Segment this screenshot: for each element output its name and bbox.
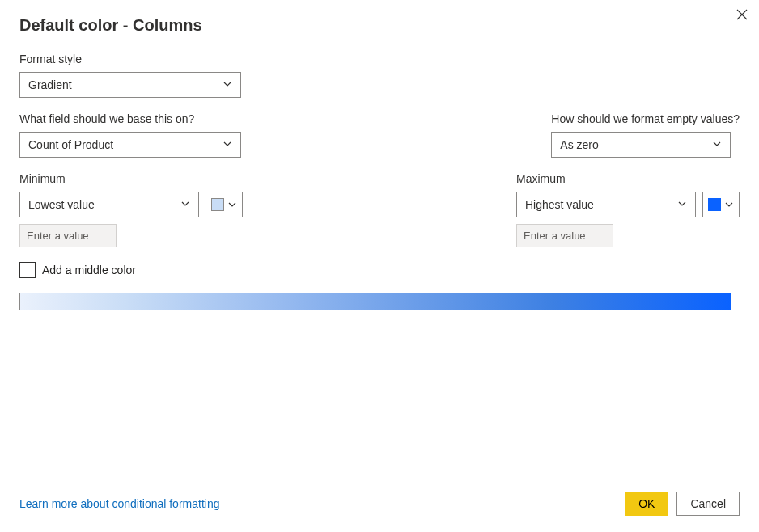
- minimum-value-input[interactable]: [19, 224, 117, 247]
- minimum-color-swatch: [211, 198, 224, 211]
- maximum-value: Highest value: [525, 198, 594, 211]
- format-style-value: Gradient: [28, 78, 72, 91]
- chevron-down-icon: [223, 138, 232, 151]
- minimum-value: Lowest value: [28, 198, 95, 211]
- empty-values-value: As zero: [560, 138, 598, 151]
- format-style-label: Format style: [19, 53, 740, 65]
- chevron-down-icon: [227, 200, 237, 209]
- base-field-label: What field should we base this on?: [19, 112, 241, 125]
- dialog-title: Default color - Columns: [19, 16, 740, 35]
- base-field-select[interactable]: Count of Product: [19, 132, 241, 158]
- chevron-down-icon: [724, 200, 734, 209]
- ok-button[interactable]: OK: [625, 492, 668, 516]
- close-button[interactable]: [736, 8, 748, 23]
- maximum-select[interactable]: Highest value: [516, 192, 696, 217]
- maximum-label: Maximum: [516, 172, 740, 185]
- maximum-color-swatch: [708, 198, 721, 211]
- minimum-select[interactable]: Lowest value: [19, 192, 199, 217]
- learn-more-link[interactable]: Learn more about conditional formatting: [19, 497, 219, 510]
- chevron-down-icon: [180, 198, 190, 211]
- gradient-preview: [19, 293, 731, 310]
- minimum-color-picker[interactable]: [206, 192, 243, 217]
- chevron-down-icon: [677, 198, 687, 211]
- minimum-label: Minimum: [19, 172, 243, 185]
- maximum-color-picker[interactable]: [702, 192, 740, 217]
- empty-values-select[interactable]: As zero: [551, 132, 731, 158]
- middle-color-checkbox[interactable]: [19, 262, 36, 278]
- close-icon: [736, 9, 748, 20]
- empty-values-label: How should we format empty values?: [551, 112, 740, 125]
- maximum-value-input[interactable]: [516, 224, 613, 247]
- base-field-value: Count of Product: [28, 138, 113, 151]
- middle-color-label: Add a middle color: [42, 264, 136, 277]
- format-style-select[interactable]: Gradient: [19, 72, 241, 98]
- cancel-button[interactable]: Cancel: [676, 492, 740, 516]
- chevron-down-icon: [712, 138, 722, 151]
- chevron-down-icon: [223, 78, 232, 91]
